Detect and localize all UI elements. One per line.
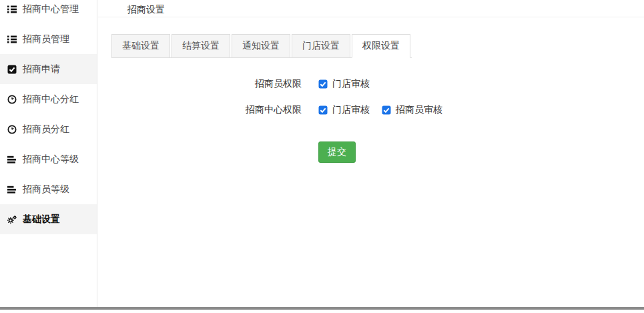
- checkbox-label: 门店审核: [332, 78, 370, 90]
- page-header: 招商设置: [98, 0, 644, 17]
- tab-store-settings[interactable]: 门店设置: [292, 34, 350, 58]
- sidebar-item-label: 基础设置: [23, 214, 60, 226]
- checkbox-label: 门店审核: [332, 104, 370, 116]
- settings-panel: 基础设置 结算设置 通知设置 门店设置 权限设置 招商员权限: [98, 17, 644, 163]
- sidebar-menu: 招商中心管理 招商员管理: [0, 0, 97, 234]
- field-label: 招商中心权限: [111, 104, 302, 116]
- submit-button[interactable]: 提交: [318, 141, 356, 163]
- sidebar-item-label: 招商中心管理: [23, 3, 79, 15]
- field-label: 招商员权限: [111, 78, 302, 90]
- settings-tabs: 基础设置 结算设置 通知设置 门店设置 权限设置: [111, 34, 412, 58]
- sidebar: 招商中心管理 招商员管理: [0, 0, 97, 307]
- permission-form: 招商员权限 门店审核: [111, 78, 644, 163]
- sidebar-item-label: 招商中心等级: [23, 153, 79, 166]
- main-content: 招商设置 基础设置 结算设置 通知设置 门店设置 权限设置 招商员权限: [98, 0, 644, 307]
- checkbox-staff-audit[interactable]: 招商员审核: [382, 104, 442, 116]
- checkbox-checked-icon[interactable]: [318, 105, 328, 115]
- gears-icon: [7, 215, 17, 224]
- sidebar-item-basic-settings[interactable]: 基础设置: [0, 204, 97, 234]
- sidebar-item-label: 招商中心分红: [23, 93, 79, 105]
- sidebar-item-label: 招商员分红: [23, 123, 69, 135]
- checkbox-store-audit[interactable]: 门店审核: [318, 78, 370, 90]
- sidebar-item-merchant-center-manage[interactable]: 招商中心管理: [0, 0, 97, 24]
- sidebar-item-merchant-apply[interactable]: 招商申请: [0, 54, 97, 84]
- horizontal-scrollbar[interactable]: [0, 307, 644, 310]
- clock-icon: [7, 125, 17, 134]
- bars-icon: [7, 185, 17, 194]
- sidebar-item-label: 招商员等级: [23, 184, 69, 196]
- sidebar-item-merchant-center-level[interactable]: 招商中心等级: [0, 144, 97, 174]
- sidebar-item-merchant-staff-dividend[interactable]: 招商员分红: [0, 114, 97, 144]
- tab-settlement-settings[interactable]: 结算设置: [172, 34, 230, 58]
- sidebar-item-merchant-staff-manage[interactable]: 招商员管理: [0, 24, 97, 54]
- tab-basic-settings[interactable]: 基础设置: [111, 34, 170, 58]
- app-window: 招商中心管理 招商员管理: [0, 0, 644, 313]
- bars-icon: [7, 155, 17, 164]
- list-icon: [7, 35, 17, 44]
- checkbox-label: 招商员审核: [396, 104, 442, 116]
- form-row-staff-permission: 招商员权限 门店审核: [111, 78, 644, 90]
- form-row-center-permission: 招商中心权限 门店审核: [111, 104, 644, 116]
- tab-permission-settings[interactable]: 权限设置: [352, 34, 410, 58]
- clock-icon: [7, 95, 17, 104]
- checkbox-checked-icon[interactable]: [382, 105, 391, 115]
- sidebar-item-merchant-center-dividend[interactable]: 招商中心分红: [0, 84, 97, 114]
- check-square-icon: [7, 65, 17, 74]
- checkbox-checked-icon[interactable]: [318, 79, 328, 89]
- sidebar-item-merchant-staff-level[interactable]: 招商员等级: [0, 174, 97, 204]
- sidebar-item-label: 招商员管理: [23, 33, 69, 45]
- tab-notice-settings[interactable]: 通知设置: [232, 34, 290, 58]
- page-title: 招商设置: [127, 4, 165, 15]
- checkbox-store-audit[interactable]: 门店审核: [318, 104, 370, 116]
- sidebar-item-label: 招商申请: [23, 63, 60, 75]
- list-icon: [7, 5, 17, 14]
